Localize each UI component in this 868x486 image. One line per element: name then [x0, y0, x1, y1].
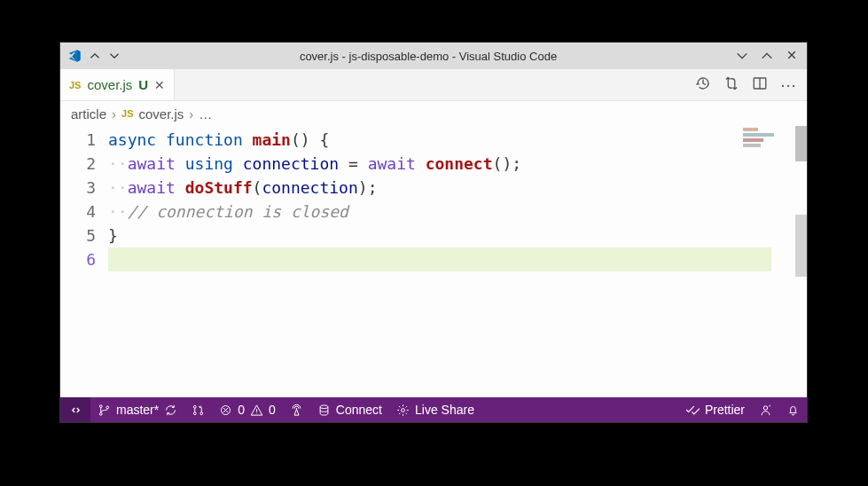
svg-point-11 — [402, 408, 405, 412]
code-line[interactable]: } — [108, 223, 807, 247]
tab-cover-js[interactable]: JS cover.js U ✕ — [60, 69, 175, 100]
prettier-label: Prettier — [705, 403, 745, 417]
line-number: 5 — [60, 223, 96, 247]
maximize-icon[interactable] — [759, 50, 775, 62]
line-number: 3 — [60, 176, 96, 200]
prettier-button[interactable]: Prettier — [679, 397, 752, 422]
branch-name: master* — [116, 403, 159, 417]
tab-scm-status: U — [138, 77, 148, 92]
connect-label: Connect — [336, 403, 382, 417]
breadcrumb[interactable]: article › JS cover.js › … — [60, 101, 807, 126]
window-title: cover.js - js-disposable-demo - Visual S… — [122, 50, 734, 63]
vertical-scrollbar[interactable] — [794, 126, 807, 397]
svg-point-6 — [194, 412, 197, 414]
live-share-button[interactable]: Live Share — [389, 397, 481, 422]
code-line-current[interactable] — [108, 247, 771, 271]
minimap[interactable] — [743, 126, 794, 153]
svg-point-7 — [200, 412, 203, 414]
svg-point-2 — [99, 404, 102, 407]
js-file-icon: JS — [121, 108, 133, 119]
connect-button[interactable]: Connect — [310, 397, 389, 422]
live-share-icon — [396, 404, 410, 417]
code-content[interactable]: async function main() { ··await using co… — [108, 126, 807, 397]
code-line[interactable]: ··await using connection = await connect… — [108, 152, 807, 176]
tab-close-icon[interactable]: ✕ — [154, 78, 165, 92]
radio-tower-button[interactable] — [283, 397, 310, 422]
svg-point-10 — [320, 404, 328, 408]
timeline-icon[interactable] — [695, 75, 711, 95]
problems-button[interactable]: 0 0 — [212, 397, 283, 422]
line-number-gutter: 1 2 3 4 5 6 — [60, 126, 108, 397]
error-count: 0 — [238, 403, 245, 417]
breadcrumb-segment[interactable]: article — [71, 106, 106, 122]
code-line[interactable]: ··await doStuff(connection); — [108, 176, 807, 200]
notifications-button[interactable] — [779, 397, 807, 422]
bell-icon — [786, 404, 800, 417]
chevron-up-icon[interactable] — [87, 51, 103, 61]
close-icon[interactable] — [784, 50, 800, 62]
split-editor-icon[interactable] — [752, 75, 768, 95]
error-icon — [219, 404, 232, 417]
git-branch-button[interactable]: master* — [90, 397, 184, 422]
open-changes-icon[interactable] — [723, 75, 739, 95]
svg-point-4 — [106, 406, 109, 409]
live-share-label: Live Share — [415, 403, 474, 417]
status-bar: master* 0 0 Connect Live Share Prettier — [60, 397, 807, 422]
pull-request-button[interactable] — [184, 397, 212, 422]
svg-point-3 — [99, 412, 102, 415]
warning-count: 0 — [269, 403, 276, 417]
scrollbar-thumb[interactable] — [795, 126, 807, 161]
scrollbar-thumb[interactable] — [795, 215, 807, 277]
code-line[interactable]: ··// connection is closed — [108, 200, 807, 223]
vscode-logo-icon — [67, 49, 82, 63]
chevron-right-icon: › — [189, 106, 193, 122]
tab-bar: JS cover.js U ✕ ⋯ — [60, 69, 807, 101]
line-number: 4 — [60, 200, 96, 223]
editor-area[interactable]: 1 2 3 4 5 6 async function main() { ··aw… — [60, 126, 807, 397]
js-file-icon: JS — [69, 80, 81, 90]
chevron-right-icon: › — [112, 106, 116, 122]
breadcrumb-segment[interactable]: cover.js — [138, 106, 184, 122]
minimize-icon[interactable] — [734, 50, 750, 62]
line-number: 2 — [60, 152, 96, 176]
warning-icon — [250, 404, 263, 417]
sync-icon[interactable] — [164, 404, 177, 417]
chevron-down-icon[interactable] — [106, 51, 122, 61]
line-number: 1 — [60, 128, 96, 152]
titlebar[interactable]: cover.js - js-disposable-demo - Visual S… — [60, 43, 807, 69]
remote-button[interactable] — [60, 397, 90, 422]
check-all-icon — [686, 404, 700, 417]
feedback-button[interactable] — [752, 397, 779, 422]
code-line[interactable]: async function main() { — [108, 128, 807, 152]
database-icon — [317, 404, 331, 417]
vscode-window: cover.js - js-disposable-demo - Visual S… — [60, 43, 807, 422]
editor-actions: ⋯ — [695, 69, 807, 100]
svg-point-12 — [763, 405, 767, 409]
line-number: 6 — [60, 247, 96, 271]
breadcrumb-trailing[interactable]: … — [199, 106, 212, 122]
more-actions-icon[interactable]: ⋯ — [780, 77, 796, 93]
tab-filename: cover.js — [87, 77, 132, 92]
svg-point-5 — [194, 405, 197, 408]
